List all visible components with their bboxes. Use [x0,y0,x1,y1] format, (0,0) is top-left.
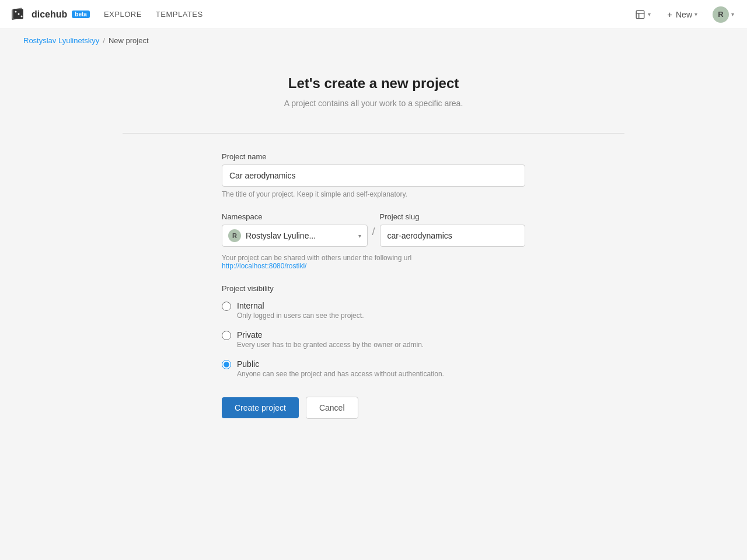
logo-text: dicehub [32,9,67,20]
breadcrumb-current: New project [109,36,149,45]
visibility-internal: Internal Only logged in users can see th… [222,301,525,320]
beta-badge: beta [72,10,90,18]
page-title: Let's create a new project [123,75,624,92]
user-menu-button[interactable]: R ▾ [709,5,738,24]
url-hint-link[interactable]: http://localhost:8080/rostikl/ [222,262,306,270]
visibility-internal-desc: Only logged in users can see the project… [237,312,364,320]
nav-templates[interactable]: TEMPLATES [156,10,203,19]
visibility-public-content: Public Anyone can see the project and ha… [237,359,444,378]
namespace-group: Namespace R Rostyslav Lyuline... ▾ [222,212,368,247]
bell-icon [635,9,645,20]
slash-separator: / [372,226,375,238]
visibility-section: Project visibility Internal Only logged … [222,284,525,378]
navbar-left: dicehub beta EXPLORE TEMPLATES [9,5,203,24]
form-actions: Create project Cancel [222,397,525,419]
visibility-internal-content: Internal Only logged in users can see th… [237,301,364,320]
avatar: R [713,6,729,23]
namespace-select[interactable]: R Rostyslav Lyuline... ▾ [222,225,368,247]
breadcrumb-user-link[interactable]: Rostyslav Lyulinetskyy [23,36,99,45]
logo-area[interactable]: dicehub beta [9,5,90,24]
visibility-public-label: Public [237,359,444,369]
namespace-avatar: R [228,229,241,242]
page-header: Let's create a new project A project con… [123,75,624,110]
visibility-public: Public Anyone can see the project and ha… [222,359,525,378]
navbar-right: ▾ + New ▾ R ▾ [630,5,738,24]
namespace-chevron: ▾ [358,233,361,239]
url-hint-text: Your project can be shared with others u… [222,254,411,262]
notification-chevron: ▾ [648,11,651,18]
page-subtitle: A project contains all your work to a sp… [123,97,624,110]
user-menu-chevron: ▾ [731,11,734,18]
breadcrumb: Rostyslav Lyulinetskyy / New project [23,36,724,45]
visibility-private: Private Every user has to be granted acc… [222,330,525,349]
namespace-slug-group: Namespace R Rostyslav Lyuline... ▾ / Pro… [222,212,525,270]
project-name-input[interactable] [222,164,525,187]
form-section: Project name The title of your project. … [222,152,525,419]
slug-input[interactable] [380,225,526,247]
notification-button[interactable]: ▾ [630,7,655,22]
visibility-private-desc: Every user has to be granted access by t… [237,341,424,349]
divider [123,133,624,134]
breadcrumb-separator: / [103,36,105,45]
create-project-button[interactable]: Create project [222,397,299,418]
svg-point-2 [15,10,17,12]
project-name-hint: The title of your project. Keep it simpl… [222,190,525,198]
namespace-value: Rostyslav Lyuline... [246,231,354,240]
project-name-group: Project name The title of your project. … [222,152,525,198]
visibility-private-radio[interactable] [222,331,231,340]
slug-label: Project slug [380,212,526,221]
cancel-button[interactable]: Cancel [306,397,358,419]
breadcrumb-bar: Rostyslav Lyulinetskyy / New project [0,29,747,52]
namespace-slug-row: Namespace R Rostyslav Lyuline... ▾ / Pro… [222,212,525,247]
new-button[interactable]: + New ▾ [662,7,702,22]
svg-point-4 [21,15,23,17]
visibility-internal-radio[interactable] [222,302,231,311]
slug-group: Project slug [380,212,526,247]
new-chevron: ▾ [694,11,697,18]
namespace-label: Namespace [222,212,368,221]
visibility-private-label: Private [237,330,424,340]
visibility-private-content: Private Every user has to be granted acc… [237,330,424,349]
main-content: Let's create a new project A project con… [111,52,636,442]
svg-rect-5 [636,10,644,19]
plus-icon: + [667,9,672,19]
url-hint: Your project can be shared with others u… [222,254,525,270]
visibility-label: Project visibility [222,284,525,293]
project-name-label: Project name [222,152,525,161]
new-button-label: New [676,10,692,19]
logo-icon [9,5,28,24]
visibility-public-radio[interactable] [222,360,231,369]
svg-point-3 [18,13,20,15]
navbar: dicehub beta EXPLORE TEMPLATES ▾ + New ▾… [0,0,747,29]
nav-explore[interactable]: EXPLORE [104,10,142,19]
visibility-public-desc: Anyone can see the project and has acces… [237,370,444,378]
visibility-internal-label: Internal [237,301,364,310]
